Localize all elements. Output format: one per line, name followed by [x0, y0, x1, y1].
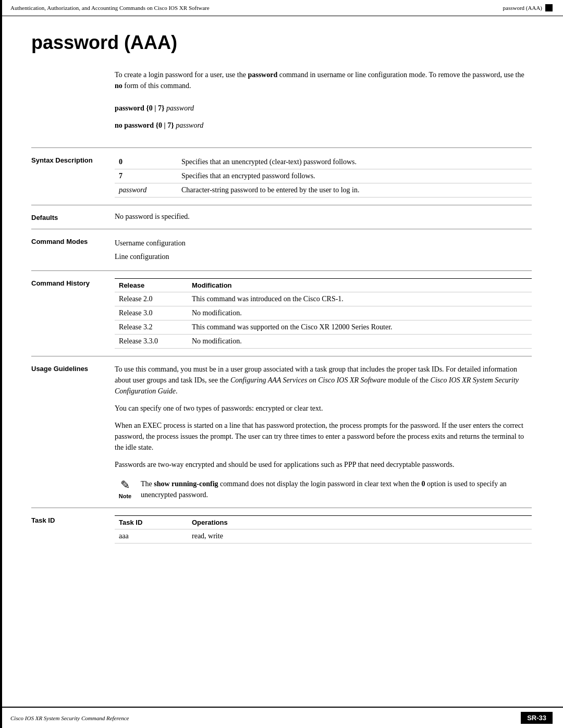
syntax-description-content: 0 Specifies that an unencrypted (clear-t… [115, 155, 532, 198]
defaults-content: No password is specified. [115, 213, 532, 221]
usage-para-4: Passwords are two-way encrypted and shou… [115, 459, 532, 470]
note-icon-col: ✎ Note [115, 478, 136, 499]
command-mode-2: Line configuration [115, 250, 532, 263]
defaults-text: No password is specified. [115, 213, 190, 220]
command-history-content: Release Modification Release 2.0 This co… [115, 278, 532, 349]
bottom-bar-left-text: Cisco IOS XR System Security Command Ref… [10, 715, 129, 721]
usage-para-2: You can specify one of two types of pass… [115, 403, 532, 414]
left-border [0, 0, 2, 728]
task-id-content: Task ID Operations aaa read, write [115, 515, 532, 544]
mod-3-0: No modification. [188, 306, 532, 320]
syntax-term-7: 7 [115, 169, 177, 183]
table-row: Release 2.0 This command was introduced … [115, 292, 532, 306]
task-id-label: Task ID [31, 515, 115, 544]
page-number: SR-33 [521, 712, 553, 724]
table-row: 0 Specifies that an unencrypted (clear-t… [115, 155, 532, 169]
command-mode-1: Username configuration [115, 237, 532, 250]
task-table: Task ID Operations aaa read, write [115, 515, 532, 544]
command-syntax-2: no password {0 | 7} password [115, 119, 532, 132]
table-row: Release 3.3.0 No modification. [115, 334, 532, 348]
command-syntax-1: password {0 | 7} password [115, 102, 532, 115]
task-col-ops: Operations [188, 515, 532, 529]
release-3-2: Release 3.2 [115, 320, 188, 334]
release-3-3-0: Release 3.3.0 [115, 334, 188, 348]
mod-2-0: This command was introduced on the Cisco… [188, 292, 532, 306]
note-pencil-icon: ✎ [120, 478, 130, 492]
command-modes-content: Username configuration Line configuratio… [115, 237, 532, 263]
syntax-description-label: Syntax Description [31, 155, 115, 198]
note-block: ✎ Note The show running-config command d… [115, 478, 532, 500]
mod-3-2: This command was supported on the Cisco … [188, 320, 532, 334]
defaults-label: Defaults [31, 213, 115, 221]
command-history-label: Command History [31, 278, 115, 349]
top-bar-right-text: password (AAA) [503, 5, 542, 11]
task-ops-aaa: read, write [188, 529, 532, 543]
history-col-modification: Modification [188, 278, 532, 292]
page-content: password (AAA) To create a login passwor… [0, 16, 563, 582]
table-row: aaa read, write [115, 529, 532, 543]
command-modes-section: Command Modes Username configuration Lin… [31, 229, 532, 270]
release-2-0: Release 2.0 [115, 292, 188, 306]
command-modes-label: Command Modes [31, 237, 115, 263]
table-row: Release 3.2 This command was supported o… [115, 320, 532, 334]
usage-guidelines-content: To use this command, you must be in a us… [115, 364, 532, 500]
bottom-bar: Cisco IOS XR System Security Command Ref… [0, 707, 563, 728]
table-row: Release 3.0 No modification. [115, 306, 532, 320]
top-bar-left-text: Authentication, Authorization, and Accou… [10, 5, 210, 11]
syntax-term-0: 0 [115, 155, 177, 169]
usage-para-1: To use this command, you must be in a us… [115, 364, 532, 397]
note-text: The show running-config command does not… [141, 478, 532, 500]
usage-para-3: When an EXEC process is started on a lin… [115, 420, 532, 453]
task-header-row: Task ID Operations [115, 515, 532, 529]
table-row: password Character-string password to be… [115, 183, 532, 198]
task-id-section: Task ID Task ID Operations aaa read, wri… [31, 508, 532, 551]
mod-3-3-0: No modification. [188, 334, 532, 348]
defaults-section: Defaults No password is specified. [31, 205, 532, 229]
history-col-release: Release [115, 278, 188, 292]
command-history-section: Command History Release Modification Rel… [31, 270, 532, 356]
syntax-desc-7: Specifies that an encrypted password fol… [177, 169, 532, 183]
top-bar: Authentication, Authorization, and Accou… [0, 0, 563, 16]
usage-guidelines-section: Usage Guidelines To use this command, yo… [31, 356, 532, 508]
syntax-term-password: password [115, 183, 177, 198]
usage-guidelines-label: Usage Guidelines [31, 364, 115, 500]
intro-text: To create a login password for a user, u… [115, 69, 532, 91]
top-bar-square [545, 4, 553, 11]
syntax-desc-password: Character-string password to be entered … [177, 183, 532, 198]
history-header-row: Release Modification [115, 278, 532, 292]
table-row: 7 Specifies that an encrypted password f… [115, 169, 532, 183]
syntax-description-section: Syntax Description 0 Specifies that an u… [31, 147, 532, 205]
syntax-desc-0: Specifies that an unencrypted (clear-tex… [177, 155, 532, 169]
page-title: password (AAA) [31, 32, 532, 54]
release-3-0: Release 3.0 [115, 306, 188, 320]
history-table: Release Modification Release 2.0 This co… [115, 278, 532, 349]
sections-container: Syntax Description 0 Specifies that an u… [31, 147, 532, 550]
task-id-aaa: aaa [115, 529, 188, 543]
note-label: Note [119, 493, 131, 499]
task-col-id: Task ID [115, 515, 188, 529]
top-bar-right: password (AAA) [503, 4, 553, 11]
syntax-table: 0 Specifies that an unencrypted (clear-t… [115, 155, 532, 198]
